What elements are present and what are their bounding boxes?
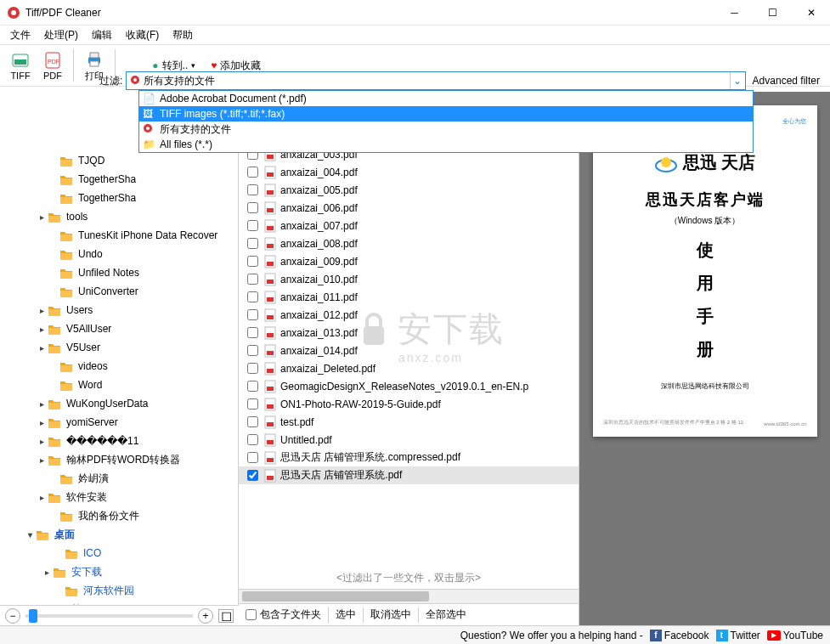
- tree-item[interactable]: TogetherSha: [0, 189, 238, 207]
- expand-arrow-icon[interactable]: ▸: [36, 437, 48, 446]
- file-row[interactable]: Untitled.pdf: [239, 431, 579, 449]
- file-checkbox[interactable]: [247, 416, 258, 427]
- menu-help[interactable]: 帮助: [166, 26, 200, 44]
- file-row[interactable]: anxaizai_Deleted.pdf: [239, 359, 579, 377]
- tree-item[interactable]: ▸yomiServer: [0, 413, 238, 432]
- tree-item[interactable]: ▸Users: [0, 301, 238, 319]
- file-checkbox[interactable]: [247, 274, 258, 285]
- file-row[interactable]: anxaizai_011.pdf: [239, 288, 579, 306]
- include-subfolders[interactable]: 包含子文件夹: [239, 605, 328, 624]
- file-checkbox[interactable]: [247, 434, 258, 445]
- file-checkbox[interactable]: [247, 167, 258, 178]
- file-checkbox[interactable]: [247, 327, 258, 338]
- tree-item[interactable]: Undo: [0, 245, 238, 263]
- facebook-link[interactable]: fFacebook: [650, 630, 709, 641]
- file-checkbox[interactable]: [247, 452, 258, 463]
- file-row[interactable]: anxaizai_008.pdf: [239, 234, 579, 252]
- fit-button[interactable]: ◻: [218, 609, 234, 623]
- expand-arrow-icon[interactable]: ▾: [24, 530, 36, 539]
- tree-item[interactable]: videos: [0, 357, 238, 376]
- file-row[interactable]: anxaizai_005.pdf: [239, 181, 579, 199]
- tree-item[interactable]: ICO: [0, 544, 238, 562]
- file-checkbox[interactable]: [247, 202, 258, 213]
- pdf-button[interactable]: PDF PDF: [37, 48, 68, 82]
- checkall-button[interactable]: 全部选中: [419, 605, 473, 624]
- menu-edit[interactable]: 编辑: [85, 26, 119, 44]
- tiff-button[interactable]: TIFF: [5, 48, 36, 82]
- file-checkbox[interactable]: [247, 381, 258, 392]
- filter-combobox[interactable]: 所有支持的文件 ⌄: [126, 71, 745, 90]
- file-row[interactable]: GeomagicDesignX_ReleaseNotes_v2019.0.1_e…: [239, 377, 579, 395]
- tree-item[interactable]: ▸tools: [0, 207, 238, 226]
- dropdown-item-supported[interactable]: 所有支持的文件: [139, 121, 753, 137]
- tree-item[interactable]: ▸软件安装: [0, 488, 238, 506]
- minimize-button[interactable]: ─: [715, 0, 754, 25]
- expand-arrow-icon[interactable]: ▸: [36, 306, 48, 315]
- tree-item[interactable]: TJQD: [0, 151, 238, 170]
- expand-arrow-icon[interactable]: ▸: [36, 455, 48, 465]
- twitter-link[interactable]: tTwitter: [716, 630, 760, 641]
- filelist-hscrollbar[interactable]: [239, 589, 579, 603]
- dropdown-item-tiff[interactable]: 🖼TIFF images (*.tiff;*.tif;*.fax): [139, 106, 753, 121]
- expand-arrow-icon[interactable]: ▸: [36, 399, 48, 409]
- file-checkbox[interactable]: [247, 363, 258, 374]
- tree-item[interactable]: TunesKit iPhone Data Recover: [0, 226, 238, 245]
- file-row[interactable]: test.pdf: [239, 413, 579, 431]
- tree-item[interactable]: ▸WuKongUserData: [0, 394, 238, 413]
- expand-arrow-icon[interactable]: ▸: [36, 212, 48, 222]
- expand-arrow-icon[interactable]: ▸: [41, 568, 53, 577]
- menu-process[interactable]: 处理(P): [37, 26, 85, 44]
- file-checkbox[interactable]: [247, 184, 258, 195]
- file-row[interactable]: ON1-Photo-RAW-2019-5-Guide.pdf: [239, 395, 579, 413]
- maximize-button[interactable]: ☐: [754, 0, 792, 25]
- menu-favorites[interactable]: 收藏(F): [119, 26, 166, 44]
- file-row[interactable]: anxaizai_014.pdf: [239, 342, 579, 359]
- zoom-in-button[interactable]: +: [198, 608, 213, 624]
- filtered-note[interactable]: <过滤出了一些文件，双击显示>: [239, 571, 579, 585]
- expand-arrow-icon[interactable]: ▸: [36, 343, 48, 353]
- file-row[interactable]: anxaizai_004.pdf: [239, 163, 579, 181]
- tree-item[interactable]: ▸V5User: [0, 338, 238, 357]
- expand-arrow-icon[interactable]: ▸: [36, 493, 48, 502]
- zoom-slider[interactable]: [25, 614, 193, 618]
- chevron-down-icon[interactable]: ⌄: [730, 72, 745, 89]
- file-checkbox[interactable]: [247, 345, 258, 356]
- file-checkbox[interactable]: [247, 238, 258, 249]
- advanced-filter-link[interactable]: Advanced filter: [749, 75, 823, 87]
- youtube-link[interactable]: ▶YouTube: [767, 630, 823, 641]
- tree-item[interactable]: ▸翰林PDF转WORD转换器: [0, 450, 238, 469]
- tree-item[interactable]: ▾桌面: [0, 525, 238, 544]
- file-checkbox[interactable]: [247, 256, 258, 267]
- file-row[interactable]: anxaizai_006.pdf: [239, 199, 579, 217]
- zoom-out-button[interactable]: −: [5, 608, 20, 624]
- file-row[interactable]: anxaizai_009.pdf: [239, 252, 579, 270]
- dropdown-item-pdf[interactable]: 📄Adobe Acrobat Document (*.pdf): [139, 91, 753, 106]
- tree-item[interactable]: 河东软件园: [0, 581, 238, 600]
- file-row[interactable]: 思迅天店 店铺管理系统.pdf: [239, 466, 579, 484]
- file-checkbox[interactable]: [247, 309, 258, 320]
- dropdown-item-all[interactable]: 📁All files (*.*): [139, 137, 753, 152]
- tree-item[interactable]: ▸安下载: [0, 562, 238, 581]
- file-row[interactable]: 思迅天店 店铺管理系统.compressed.pdf: [239, 449, 579, 466]
- expand-arrow-icon[interactable]: ▸: [36, 325, 48, 334]
- menu-file[interactable]: 文件: [3, 26, 37, 44]
- tree-item[interactable]: UniConverter: [0, 282, 238, 301]
- tree-item[interactable]: 我的备份文件: [0, 506, 238, 525]
- file-row[interactable]: anxaizai_012.pdf: [239, 306, 579, 324]
- check-button[interactable]: 选中: [329, 605, 363, 624]
- close-button[interactable]: ✕: [792, 0, 830, 25]
- tree-item[interactable]: Unfiled Notes: [0, 263, 238, 282]
- file-checkbox[interactable]: [247, 220, 258, 231]
- file-checkbox[interactable]: [247, 291, 258, 302]
- tree-item[interactable]: TogetherSha: [0, 170, 238, 189]
- tree-item[interactable]: 妗岄潰: [0, 469, 238, 488]
- file-row[interactable]: anxaizai_010.pdf: [239, 270, 579, 288]
- uncheck-button[interactable]: 取消选中: [364, 605, 418, 624]
- file-row[interactable]: anxaizai_007.pdf: [239, 217, 579, 234]
- expand-arrow-icon[interactable]: ▸: [36, 418, 48, 427]
- tree-item[interactable]: ▸������11: [0, 432, 238, 450]
- file-checkbox[interactable]: [247, 398, 258, 410]
- file-checkbox[interactable]: [247, 470, 258, 481]
- file-row[interactable]: anxaizai_013.pdf: [239, 324, 579, 342]
- tree-item[interactable]: ▸V5AllUser: [0, 319, 238, 338]
